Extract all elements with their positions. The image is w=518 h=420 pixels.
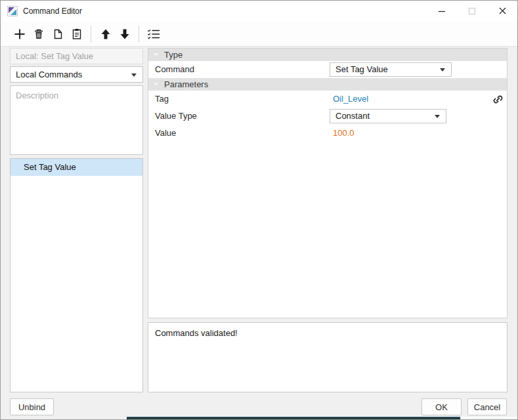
validation-message: Commands validated! xyxy=(155,328,238,338)
command-scope-selected: Local Commands xyxy=(16,70,82,79)
property-label: Value Type xyxy=(155,108,197,125)
paste-icon xyxy=(71,28,83,40)
section-header-type[interactable]: Type xyxy=(148,49,507,61)
command-editor-window: Command Editor xyxy=(0,0,518,420)
command-dropdown[interactable]: Set Tag Value xyxy=(330,62,452,77)
section-title: Type xyxy=(164,50,183,60)
property-row-tag: Tag Oil_Level xyxy=(148,91,507,108)
titlebar: Command Editor xyxy=(1,1,517,22)
collapse-arrow-icon xyxy=(154,83,159,86)
plus-icon xyxy=(13,28,26,41)
move-up-button[interactable] xyxy=(96,25,115,43)
command-scope-dropdown[interactable]: Local Commands xyxy=(10,66,143,83)
toolbar-separator xyxy=(91,26,91,43)
app-logo-icon xyxy=(7,6,18,16)
close-button[interactable] xyxy=(487,1,517,21)
property-label: Tag xyxy=(155,91,169,108)
checklist-icon xyxy=(147,28,160,40)
chevron-down-icon xyxy=(435,115,440,118)
value-type-dropdown-value: Constant xyxy=(335,111,370,121)
arrow-down-icon xyxy=(119,28,131,40)
trash-icon xyxy=(33,28,45,40)
chevron-down-icon xyxy=(131,74,137,77)
window-controls xyxy=(427,1,517,21)
add-command-button[interactable] xyxy=(10,25,29,43)
copy-command-button[interactable] xyxy=(48,25,67,43)
move-down-button[interactable] xyxy=(115,25,134,43)
property-label: Value xyxy=(155,125,176,142)
list-item[interactable]: Set Tag Value xyxy=(11,159,142,176)
section-header-parameters[interactable]: Parameters xyxy=(148,78,507,91)
command-list[interactable]: Set Tag Value xyxy=(10,158,143,392)
value-literal[interactable]: 100.0 xyxy=(333,125,355,142)
section-title: Parameters xyxy=(164,79,208,89)
chevron-down-icon xyxy=(440,68,445,72)
window-title: Command Editor xyxy=(23,1,82,22)
command-dropdown-value: Set Tag Value xyxy=(335,64,388,74)
paste-command-button[interactable] xyxy=(67,25,86,43)
maximize-button[interactable] xyxy=(457,1,487,21)
property-row-command: Command Set Tag Value xyxy=(148,61,507,78)
property-row-value: Value 100.0 xyxy=(148,125,507,142)
cancel-button[interactable]: Cancel xyxy=(467,398,507,415)
value-type-dropdown[interactable]: Constant xyxy=(330,109,446,123)
command-properties-panel: Type Command Set Tag Value Parameters Ta… xyxy=(148,48,507,318)
property-label: Command xyxy=(155,61,194,78)
property-row-value-type: Value Type Constant xyxy=(148,108,507,125)
validate-commands-button[interactable] xyxy=(144,25,163,43)
validation-message-box: Commands validated! xyxy=(148,322,507,392)
unbind-button[interactable]: Unbind xyxy=(10,398,54,415)
toolbar xyxy=(1,22,517,47)
collapse-arrow-icon xyxy=(154,53,159,56)
delete-command-button[interactable] xyxy=(29,25,48,43)
tag-value-link[interactable]: Oil_Level xyxy=(333,91,368,108)
tag-binding-link-icon[interactable] xyxy=(492,94,504,105)
binding-path-field[interactable] xyxy=(10,48,143,64)
copy-icon xyxy=(52,28,64,40)
background-window-edge-right xyxy=(460,417,518,419)
minimize-button[interactable] xyxy=(427,1,457,21)
background-window-edge xyxy=(127,417,460,419)
arrow-up-icon xyxy=(100,28,112,40)
ok-button[interactable]: OK xyxy=(421,398,462,415)
description-input[interactable] xyxy=(10,85,143,155)
toolbar-separator xyxy=(139,26,139,43)
